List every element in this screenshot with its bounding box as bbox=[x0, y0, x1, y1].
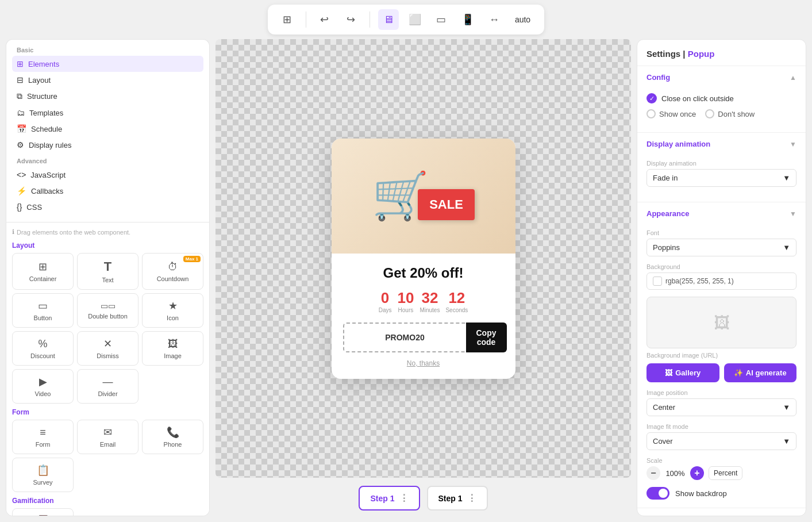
scale-plus-button[interactable]: + bbox=[690, 466, 704, 480]
bg-label: Background bbox=[646, 263, 796, 270]
discount-element[interactable]: % Discount bbox=[12, 331, 74, 366]
font-chevron-icon: ▼ bbox=[783, 243, 790, 252]
survey-element[interactable]: 📋 Survey bbox=[12, 458, 74, 492]
show-once-option[interactable]: Show once bbox=[646, 109, 696, 118]
show-backdrop-toggle[interactable] bbox=[646, 487, 669, 500]
tablet-view-button[interactable]: ⬜ bbox=[405, 9, 425, 30]
step1-active-button[interactable]: Step 1 ⋮ bbox=[359, 486, 420, 511]
bg-image-label: Background image (URL) bbox=[646, 352, 796, 359]
sidebar-item-display-rules[interactable]: ⚙ Display rules bbox=[12, 137, 203, 153]
structure-label: Structure bbox=[27, 92, 57, 101]
layout-elements-grid: ⊞ Container T Text Max 1 ⏱ Countdown ▭ B… bbox=[12, 253, 203, 404]
countdown-seconds-label: Seconds bbox=[445, 307, 468, 313]
sidebar-item-schedule[interactable]: 📅 Schedule bbox=[12, 121, 203, 137]
font-select[interactable]: Poppins ▼ bbox=[646, 239, 796, 256]
survey-label: Survey bbox=[33, 479, 52, 486]
sidebar-item-css[interactable]: {} CSS bbox=[12, 199, 203, 215]
phone-icon: 📞 bbox=[167, 426, 179, 439]
config-label: Config bbox=[646, 73, 670, 82]
sidebar-item-templates[interactable]: 🗂 Templates bbox=[12, 105, 203, 121]
form-section-label: Form bbox=[12, 408, 203, 416]
desktop-view-button[interactable]: 🖥 bbox=[378, 9, 399, 30]
sidebar-item-callbacks[interactable]: ⚡ Callbacks bbox=[12, 183, 203, 199]
sidebar-item-structure[interactable]: ⧉ Structure bbox=[12, 88, 203, 105]
divider-element[interactable]: — Divider bbox=[77, 369, 138, 404]
image-element[interactable]: 🖼 Image bbox=[142, 331, 203, 366]
button-element[interactable]: ▭ Button bbox=[12, 293, 74, 328]
animation-value: Fade in bbox=[653, 174, 678, 182]
button-icon: ▭ bbox=[38, 300, 48, 312]
canvas-area: 🛒 SALE Get 20% off! 0 Days 10 Hours bbox=[215, 39, 631, 478]
image-fit-chevron-icon: ▼ bbox=[783, 437, 790, 446]
landscape-view-button[interactable]: ▭ bbox=[431, 9, 452, 30]
divider-label: Divider bbox=[98, 390, 117, 397]
config-accordion-body: ✓ Close on click outside Show once Don't… bbox=[637, 89, 806, 132]
close-on-click-outside-checkbox[interactable]: ✓ bbox=[646, 93, 657, 103]
appearance-accordion: Appearance ▼ Font Poppins ▼ Background r… bbox=[637, 202, 806, 508]
drag-hint: ℹ Drag elements onto the web component. bbox=[12, 228, 203, 236]
popup-title: Get 20% off! bbox=[343, 265, 504, 281]
double-button-element[interactable]: ▭▭ Double button bbox=[77, 293, 138, 328]
dont-show-radio[interactable] bbox=[705, 109, 714, 118]
form-label: Form bbox=[36, 441, 51, 448]
email-element[interactable]: ✉ Email bbox=[77, 420, 138, 454]
countdown-element[interactable]: Max 1 ⏱ Countdown bbox=[142, 253, 203, 290]
no-thanks-link[interactable]: No, thanks bbox=[343, 359, 504, 367]
promo-row: Copy code bbox=[343, 323, 504, 352]
redo-button[interactable]: ↪ bbox=[341, 9, 361, 30]
main-layout: Basic ⊞ Elements ⊟ Layout ⧉ Structure 🗂 … bbox=[0, 39, 812, 522]
container-element[interactable]: ⊞ Container bbox=[12, 253, 74, 290]
layout-label: Layout bbox=[28, 76, 51, 85]
bg-color-preview[interactable]: rgba(255, 255, 255, 1) bbox=[646, 272, 796, 290]
collapse-panel-button[interactable]: ⊞ bbox=[277, 9, 298, 30]
bg-image-area: 🖼 bbox=[646, 297, 796, 348]
cart-icon-area: 🛒 SALE bbox=[372, 169, 475, 223]
double-button-label: Double button bbox=[88, 313, 128, 320]
container-icon: ⊞ bbox=[39, 260, 47, 273]
sidebar-item-layout[interactable]: ⊟ Layout bbox=[12, 72, 203, 88]
sidebar-item-elements[interactable]: ⊞ Elements bbox=[12, 56, 203, 72]
email-icon: ✉ bbox=[103, 426, 112, 439]
dismiss-element[interactable]: ✕ Dismiss bbox=[77, 331, 138, 366]
step1-inactive-button[interactable]: Step 1 ⋮ bbox=[427, 486, 488, 511]
appearance-accordion-header[interactable]: Appearance ▼ bbox=[637, 202, 806, 225]
mobile-view-button[interactable]: 📱 bbox=[457, 9, 478, 30]
form-element[interactable]: ≡ Form bbox=[12, 420, 74, 454]
appearance-accordion-body: Font Poppins ▼ Background rgba(255, 255,… bbox=[637, 225, 806, 508]
countdown-minutes-label: Minutes bbox=[420, 307, 440, 313]
animation-select[interactable]: Fade in ▼ bbox=[646, 169, 796, 187]
countdown-hours-label: Hours bbox=[398, 307, 414, 313]
icon-element[interactable]: ★ Icon bbox=[142, 293, 203, 328]
elements-icon: ⊞ bbox=[17, 59, 24, 68]
promo-code-input[interactable] bbox=[343, 323, 466, 352]
icon-label: Icon bbox=[167, 314, 179, 321]
display-animation-chevron-icon: ▼ bbox=[790, 140, 796, 148]
image-position-value: Center bbox=[653, 403, 675, 412]
config-accordion-header[interactable]: Config ▲ bbox=[637, 66, 806, 89]
image-position-select[interactable]: Center ▼ bbox=[646, 398, 796, 416]
video-element[interactable]: ▶ Video bbox=[12, 369, 74, 404]
video-label: Video bbox=[35, 390, 51, 397]
scale-minus-button[interactable]: − bbox=[646, 466, 660, 480]
text-element[interactable]: T Text bbox=[77, 253, 138, 290]
image-fit-select[interactable]: Cover ▼ bbox=[646, 432, 796, 450]
steps-bar: Step 1 ⋮ Step 1 ⋮ bbox=[359, 478, 487, 511]
gallery-button[interactable]: 🖼 Gallery bbox=[646, 363, 719, 382]
show-options-row: Show once Don't show bbox=[646, 109, 796, 118]
appearance-label: Appearance bbox=[646, 209, 689, 218]
copy-code-button[interactable]: Copy code bbox=[466, 323, 507, 352]
display-animation-accordion-header[interactable]: Display animation ▼ bbox=[637, 133, 806, 155]
scratch-card-element[interactable]: 🎴 Scratch card bbox=[12, 508, 74, 516]
config-chevron-icon: ▲ bbox=[790, 74, 796, 82]
phone-element[interactable]: 📞 Phone bbox=[142, 420, 203, 454]
ai-generate-button[interactable]: ✨ AI generate bbox=[724, 363, 797, 382]
button-label: Button bbox=[34, 314, 52, 321]
sidebar-item-javascript[interactable]: <> JavaScript bbox=[12, 167, 203, 183]
show-once-radio[interactable] bbox=[646, 109, 656, 118]
dont-show-option[interactable]: Don't show bbox=[705, 109, 755, 118]
undo-button[interactable]: ↩ bbox=[314, 9, 335, 30]
image-fit-value: Cover bbox=[653, 437, 673, 446]
resize-button[interactable]: ↔ bbox=[484, 9, 505, 30]
elements-panel: ℹ Drag elements onto the web component. … bbox=[6, 222, 210, 516]
step1-active-label: Step 1 bbox=[370, 494, 394, 503]
